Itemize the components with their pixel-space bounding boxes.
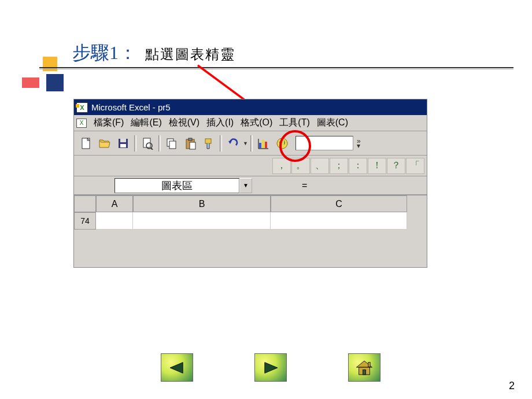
column-header-c[interactable]: C (271, 195, 407, 212)
formula-bar: 圖表區 ▼ = (74, 176, 427, 195)
svg-marker-16 (228, 141, 232, 144)
print-preview-button[interactable] (139, 135, 156, 152)
chart-wizard-button[interactable] (255, 135, 272, 152)
prev-slide-button[interactable] (161, 353, 193, 382)
menu-insert[interactable]: 插入(I) (203, 116, 237, 130)
next-slide-button[interactable] (254, 353, 287, 382)
menu-edit[interactable]: 編輯(E) (127, 116, 165, 130)
open-folder-icon (98, 137, 111, 150)
slide-decoration (22, 57, 62, 97)
svg-rect-17 (259, 143, 261, 148)
standard-toolbar: ▼ »▾ (74, 131, 427, 156)
format-painter-icon (202, 137, 215, 150)
paste-icon (184, 137, 197, 150)
menu-file[interactable]: 檔案(F) (90, 116, 127, 130)
home-button[interactable] (348, 353, 380, 382)
symbol-colon[interactable]: ： (349, 158, 367, 174)
excel-doc-icon: X (76, 119, 87, 128)
excel-window: X Microsoft Excel - pr5 X 檔案(F) 編輯(E) 檢視… (73, 99, 427, 268)
slide-nav (161, 353, 380, 382)
zoom-combo[interactable] (295, 136, 353, 150)
select-all-corner[interactable] (74, 195, 96, 212)
arrow-left-icon (167, 359, 187, 376)
save-disk-icon (117, 137, 130, 150)
window-title: Microsoft Excel - pr5 (91, 102, 171, 112)
symbol-toolbar: ， 。 、 ； ： ！ ？ 「 (74, 156, 427, 176)
svg-rect-13 (189, 138, 192, 141)
menu-view[interactable]: 檢視(V) (165, 116, 203, 130)
menu-bar: X 檔案(F) 編輯(E) 檢視(V) 插入(I) 格式(O) 工具(T) 圖表… (74, 115, 427, 131)
undo-icon (227, 137, 239, 150)
cell-c74[interactable] (271, 212, 407, 230)
column-headers: A B C (74, 195, 427, 212)
cell-a74[interactable] (96, 212, 133, 230)
window-titlebar: X Microsoft Excel - pr5 (74, 99, 427, 115)
name-box[interactable]: 圖表區 (114, 178, 239, 193)
svg-marker-24 (265, 362, 278, 373)
format-painter-button[interactable] (200, 135, 217, 152)
step-label: 步驟1： (72, 40, 137, 66)
paste-button[interactable] (182, 135, 199, 152)
column-header-b[interactable]: B (133, 195, 271, 212)
svg-rect-28 (368, 362, 370, 367)
open-button[interactable] (96, 135, 113, 152)
svg-rect-6 (120, 144, 126, 147)
save-button[interactable] (114, 135, 132, 152)
menu-chart[interactable]: 圖表(C) (313, 116, 352, 130)
symbol-comma[interactable]: ， (272, 158, 291, 174)
symbol-bracket[interactable]: 「 (406, 158, 424, 174)
symbol-question[interactable]: ？ (387, 158, 405, 174)
symbol-enumcomma[interactable]: 、 (311, 158, 329, 174)
svg-rect-11 (169, 141, 176, 149)
symbol-period[interactable]: 。 (291, 158, 310, 174)
cell-b74[interactable] (133, 212, 271, 230)
name-box-dropdown[interactable]: ▼ (239, 178, 252, 193)
menu-format[interactable]: 格式(O) (237, 116, 276, 130)
svg-rect-15 (205, 139, 211, 143)
menu-tools[interactable]: 工具(T) (276, 116, 313, 130)
svg-rect-5 (120, 139, 126, 142)
svg-rect-18 (262, 140, 264, 148)
map-icon (276, 137, 289, 150)
toolbar-more-icon[interactable]: »▾ (357, 139, 361, 148)
svg-point-22 (277, 138, 287, 149)
column-header-a[interactable]: A (96, 195, 133, 212)
excel-app-icon: X (76, 102, 88, 113)
symbol-exclaim[interactable]: ！ (368, 158, 386, 174)
new-file-button[interactable] (77, 135, 95, 152)
svg-marker-23 (170, 362, 183, 373)
copy-button[interactable] (163, 135, 180, 152)
undo-button[interactable] (224, 135, 242, 152)
copy-icon (165, 137, 178, 150)
svg-rect-19 (265, 142, 267, 148)
svg-rect-27 (363, 370, 365, 375)
sheet-row: 74 (74, 212, 427, 230)
chart-wizard-icon (257, 137, 270, 150)
arrow-right-icon (261, 359, 280, 376)
page-number: 2 (509, 380, 515, 392)
map-button[interactable] (274, 135, 291, 152)
print-preview-icon (141, 137, 154, 150)
svg-line-9 (151, 148, 153, 150)
formula-equals: = (302, 180, 307, 191)
row-header-74[interactable]: 74 (74, 212, 96, 230)
symbol-semicolon[interactable]: ； (330, 158, 348, 174)
new-file-icon (80, 137, 93, 150)
svg-rect-14 (190, 142, 195, 149)
home-icon (354, 359, 374, 376)
